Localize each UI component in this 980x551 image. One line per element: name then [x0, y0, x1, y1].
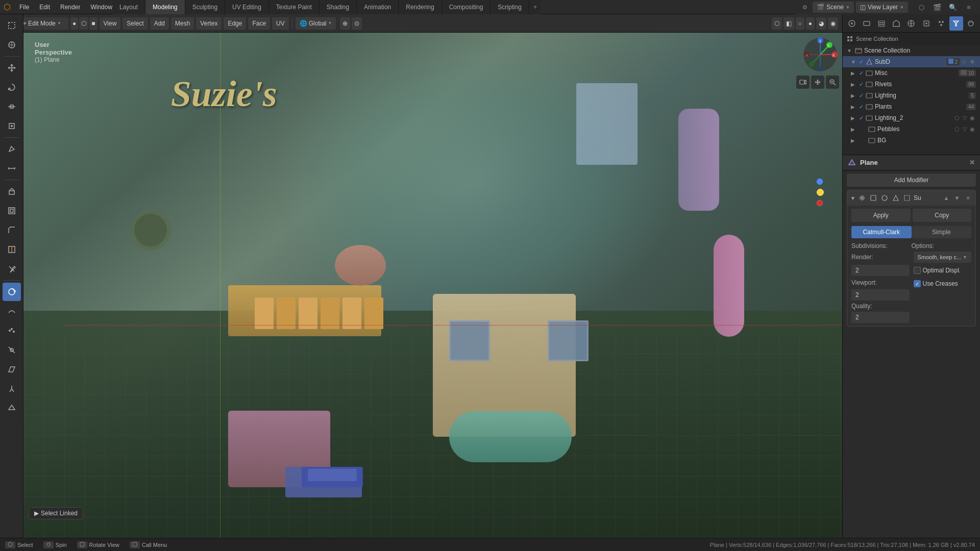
apply-btn[interactable]: Apply	[851, 209, 911, 222]
view-layer-props-icon[interactable]	[874, 16, 888, 31]
pebbles-icon2[interactable]: ▽	[962, 126, 968, 133]
render-props-icon[interactable]	[845, 16, 859, 31]
cursor-tool[interactable]	[3, 36, 21, 54]
scene-props-icon[interactable]	[890, 16, 903, 31]
tab-add[interactable]: +	[529, 0, 541, 14]
shade-render-btn[interactable]: ◉	[828, 17, 838, 30]
shade-material-btn[interactable]: ◕	[816, 17, 826, 30]
modifier-expand-toggle[interactable]: ▼	[850, 195, 855, 201]
pebbles-eye[interactable]: ◉	[969, 126, 976, 133]
catmull-clark-tab[interactable]: Catmull-Clark	[851, 226, 912, 238]
viewport-btn[interactable]: View	[100, 17, 121, 30]
outliner-item-misc[interactable]: ▶ ✓ Misc 10	[843, 67, 980, 79]
search-icon-top[interactable]: 🔍	[946, 0, 960, 14]
render-icon-top[interactable]: ⬡	[914, 0, 928, 14]
tab-uv-editing[interactable]: UV Editing	[225, 0, 269, 14]
lighting2-eye[interactable]: ◉	[969, 115, 976, 121]
add-btn[interactable]: Add	[150, 17, 169, 30]
menu-render[interactable]: Render	[55, 0, 85, 14]
subd-restrict-render[interactable]: ◉	[969, 58, 976, 65]
lighting2-visibility[interactable]: ✓	[859, 115, 864, 121]
mesh-btn[interactable]: Mesh	[171, 17, 194, 30]
uv-btn[interactable]: UV	[272, 17, 289, 30]
object-props-icon[interactable]	[919, 16, 933, 31]
modifier-cage-btn[interactable]	[902, 193, 912, 203]
subd-visibility[interactable]: ✓	[859, 59, 864, 65]
tab-scripting[interactable]: Scripting	[491, 0, 529, 14]
output-props-icon[interactable]	[860, 16, 873, 31]
shade-wire-btn[interactable]: ○	[796, 17, 804, 30]
menu-edit[interactable]: Edit	[34, 0, 55, 14]
move-tool[interactable]	[3, 59, 21, 77]
optimal-disp-checkbox[interactable]	[914, 267, 921, 274]
annotate-tool[interactable]	[3, 140, 21, 158]
measure-tool[interactable]	[3, 159, 21, 178]
particles-props-icon[interactable]	[934, 16, 948, 31]
modifier-props-icon[interactable]	[949, 16, 963, 31]
edge-icon[interactable]: ⬡	[79, 17, 88, 30]
outliner-item-rivets[interactable]: ▶ ✓ Rivets 99	[843, 79, 980, 90]
spin-tool[interactable]	[3, 283, 21, 301]
overlay-icon-btn[interactable]: ⬡	[772, 17, 782, 30]
pebbles-icon1[interactable]: ⬡	[953, 126, 961, 133]
modifier-editmode-btn[interactable]	[891, 193, 900, 203]
tab-shading[interactable]: Shading	[320, 0, 357, 14]
proportional-icon-btn[interactable]: ⊙	[352, 17, 362, 30]
plants-visibility[interactable]: ✓	[859, 104, 864, 110]
viewport-value-field[interactable]: 2	[851, 289, 910, 300]
modifier-move-down[interactable]: ▼	[952, 193, 962, 203]
zoom-view-btn[interactable]	[826, 76, 839, 89]
tab-compositing[interactable]: Compositing	[442, 0, 491, 14]
face-icon[interactable]: ■	[89, 17, 97, 30]
filter-icon-top[interactable]: ≡	[962, 0, 976, 14]
scene-props-icon-top[interactable]: 🎬	[930, 0, 944, 14]
modifier-move-up[interactable]: ▲	[942, 193, 951, 203]
select-btn[interactable]: Select	[122, 17, 148, 30]
tab-sculpting[interactable]: Sculpting	[185, 0, 225, 14]
modifier-realtime-btn[interactable]	[869, 193, 878, 203]
view-layer-selector[interactable]: ◫ View Layer ▼	[856, 2, 908, 13]
menu-file[interactable]: File	[14, 0, 34, 14]
tab-rendering[interactable]: Rendering	[399, 0, 442, 14]
misc-visibility[interactable]: ✓	[859, 70, 864, 77]
tab-layout[interactable]: Layout	[112, 0, 145, 14]
add-modifier-btn[interactable]: Add Modifier	[847, 173, 976, 187]
modifier-render-btn[interactable]	[880, 193, 889, 203]
blender-logo[interactable]: ⬡	[0, 0, 14, 14]
xray-icon-btn[interactable]: ◧	[783, 17, 794, 30]
axis-nav-gizmo[interactable]: X Y Z -X	[801, 36, 839, 73]
lighting-visibility[interactable]: ✓	[859, 92, 864, 99]
face-btn[interactable]: Face	[248, 17, 270, 30]
loop-cut-tool[interactable]	[3, 240, 21, 259]
smooth-option[interactable]: Smooth, keep c... ▼	[914, 252, 972, 263]
mode-selector[interactable]: ✏ Edit Mode ▼	[17, 17, 68, 30]
outliner-scene-collection[interactable]: ▼ Scene Collection	[843, 45, 980, 56]
pan-view-btn[interactable]	[811, 76, 824, 89]
modifier-delete[interactable]: ✕	[963, 193, 972, 203]
simple-tab[interactable]: Simple	[912, 226, 972, 238]
outliner-item-plants[interactable]: ▶ ✓ Plants 44	[843, 101, 980, 112]
vertex-btn[interactable]: Vertex	[196, 17, 222, 30]
edge-btn[interactable]: Edge	[224, 17, 246, 30]
tab-texture-paint[interactable]: Texture Paint	[269, 0, 320, 14]
randomize-tool[interactable]	[3, 321, 21, 340]
world-props-icon[interactable]	[904, 16, 918, 31]
material-props-icon[interactable]	[964, 16, 978, 31]
knife-tool[interactable]	[3, 260, 21, 278]
render-value-field[interactable]: 2	[851, 265, 910, 276]
outliner-item-bg[interactable]: ▶ BG	[843, 135, 980, 146]
lighting2-filter[interactable]: ▽	[962, 115, 968, 121]
shade-solid-btn[interactable]: ●	[806, 17, 815, 30]
modifier-visibility-btn[interactable]	[857, 193, 867, 203]
scene-selector[interactable]: 🎬 Scene ▼	[813, 2, 854, 13]
transform-global-btn[interactable]: 🌐 Global ▼	[296, 17, 336, 30]
tab-animation[interactable]: Animation	[357, 0, 399, 14]
viewport[interactable]: Suzie's	[23, 33, 842, 538]
select-box-tool[interactable]	[3, 16, 21, 35]
subd-restrict-select[interactable]: ◎	[961, 58, 968, 65]
extrude-tool[interactable]	[3, 182, 21, 201]
outliner-item-pebbles[interactable]: ▶ Pebbles ⬡ ▽ ◉	[843, 123, 980, 135]
edge-slide-tool[interactable]	[3, 341, 21, 359]
smooth-tool[interactable]	[3, 302, 21, 320]
scale-tool[interactable]	[3, 97, 21, 116]
